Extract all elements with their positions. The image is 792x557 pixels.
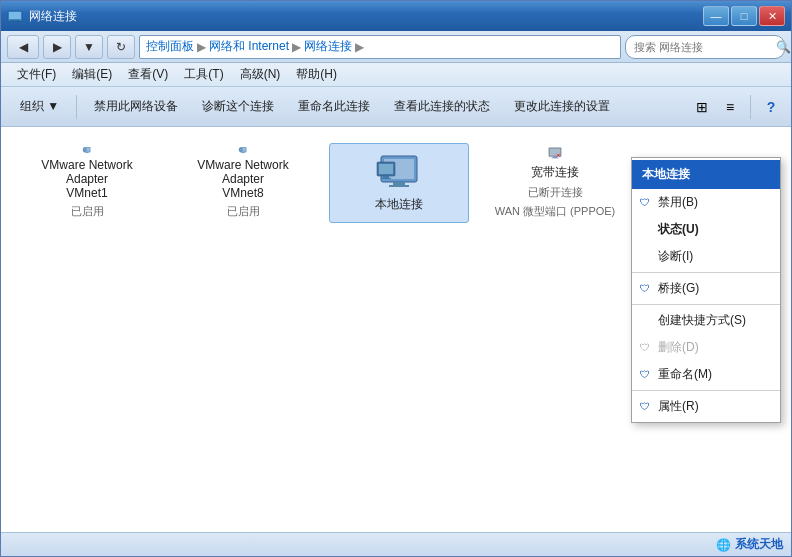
back-button[interactable]: ◀ — [7, 35, 39, 59]
svg-rect-16 — [239, 149, 242, 151]
svg-rect-29 — [553, 157, 557, 158]
globe-icon: 🌐 — [716, 538, 731, 552]
menu-tools[interactable]: 工具(T) — [176, 64, 231, 85]
menu-view[interactable]: 查看(V) — [120, 64, 176, 85]
path-sep-3: ▶ — [355, 40, 364, 54]
ctx-diagnose[interactable]: 诊断(I) — [632, 243, 780, 270]
watermark: 🌐 系统天地 — [716, 536, 783, 553]
view-mode-button[interactable]: ⊞ — [690, 95, 714, 119]
close-button[interactable]: ✕ — [759, 6, 785, 26]
local-connection-icon — [375, 154, 423, 192]
svg-rect-1 — [9, 12, 21, 19]
svg-rect-24 — [379, 164, 393, 174]
shield-icon-rename: 🛡 — [638, 368, 652, 382]
ctx-delete: 🛡 删除(D) — [632, 334, 780, 361]
svg-rect-26 — [381, 178, 391, 179]
vmnet1-name: VMware Network Adapter VMnet1 — [21, 158, 153, 200]
toolbar-right: ⊞ ≡ ? — [690, 95, 783, 119]
ctx-shortcut[interactable]: 创建快捷方式(S) — [632, 307, 780, 334]
search-input[interactable] — [634, 41, 772, 53]
ctx-sep-1 — [632, 272, 780, 273]
context-menu: 本地连接 🛡 禁用(B) 状态(U) 诊断(I) 🛡 桥接(G) 创建快捷方式(… — [631, 157, 781, 423]
refresh-button[interactable]: ↻ — [107, 35, 135, 59]
disable-device-button[interactable]: 禁用此网络设备 — [83, 92, 189, 122]
titlebar: 网络连接 — □ ✕ — [1, 1, 791, 31]
view-status-button[interactable]: 查看此连接的状态 — [383, 92, 501, 122]
menu-edit[interactable]: 编辑(E) — [64, 64, 120, 85]
path-controlpanel[interactable]: 控制面板 — [146, 38, 194, 55]
ctx-sep-3 — [632, 390, 780, 391]
shield-icon-properties: 🛡 — [638, 400, 652, 414]
ctx-disable[interactable]: 🛡 禁用(B) — [632, 189, 780, 216]
broadband-name: 宽带连接 — [531, 164, 579, 181]
broadband-type: WAN 微型端口 (PPPOE) — [495, 204, 616, 219]
ctx-rename[interactable]: 🛡 重命名(M) — [632, 361, 780, 388]
menubar: 文件(F) 编辑(E) 查看(V) 工具(T) 高级(N) 帮助(H) — [1, 63, 791, 87]
local-connection-name: 本地连接 — [375, 196, 423, 213]
content-area: VMware Network Adapter VMnet1 已启用 — [1, 127, 791, 532]
svg-rect-21 — [393, 182, 405, 185]
svg-rect-5 — [86, 152, 88, 153]
menu-file[interactable]: 文件(F) — [9, 64, 64, 85]
list-item[interactable]: 本地连接 — [329, 143, 469, 223]
path-network-connections[interactable]: 网络连接 — [304, 38, 352, 55]
list-item[interactable]: VMware Network Adapter VMnet1 已启用 — [17, 143, 157, 223]
address-path: 控制面板 ▶ 网络和 Internet ▶ 网络连接 ▶ — [139, 35, 621, 59]
svg-rect-22 — [389, 185, 409, 187]
path-sep-1: ▶ — [197, 40, 206, 54]
menu-help[interactable]: 帮助(H) — [288, 64, 345, 85]
toolbar-separator-2 — [750, 95, 751, 119]
context-menu-header: 本地连接 — [632, 160, 780, 189]
path-sep-2: ▶ — [292, 40, 301, 54]
toolbar-separator-1 — [76, 95, 77, 119]
ctx-status[interactable]: 状态(U) — [632, 216, 780, 243]
ctx-properties[interactable]: 🛡 属性(R) — [632, 393, 780, 420]
svg-rect-13 — [242, 152, 244, 153]
addressbar: ◀ ▶ ▼ ↻ 控制面板 ▶ 网络和 Internet ▶ 网络连接 ▶ 🔍 — [1, 31, 791, 63]
shield-icon-bridge: 🛡 — [638, 282, 652, 296]
svg-rect-25 — [383, 176, 389, 178]
vmnet8-icon — [219, 147, 267, 154]
change-settings-button[interactable]: 更改此连接的设置 — [503, 92, 621, 122]
svg-rect-8 — [83, 149, 86, 151]
titlebar-title: 网络连接 — [29, 8, 703, 25]
maximize-button[interactable]: □ — [731, 6, 757, 26]
toolbar: 组织 ▼ 禁用此网络设备 诊断这个连接 重命名此连接 查看此连接的状态 更改此连… — [1, 87, 791, 127]
statusbar: 🌐 系统天地 — [1, 532, 791, 556]
vmnet8-status: 已启用 — [227, 204, 260, 219]
organize-button[interactable]: 组织 ▼ — [9, 92, 70, 122]
menu-advanced[interactable]: 高级(N) — [232, 64, 289, 85]
minimize-button[interactable]: — — [703, 6, 729, 26]
svg-rect-28 — [550, 149, 560, 156]
titlebar-icon — [7, 8, 23, 24]
shield-icon-delete: 🛡 — [638, 341, 652, 355]
diagnose-button[interactable]: 诊断这个连接 — [191, 92, 285, 122]
ctx-bridge[interactable]: 🛡 桥接(G) — [632, 275, 780, 302]
view-list-button[interactable]: ≡ — [718, 95, 742, 119]
ctx-sep-2 — [632, 304, 780, 305]
search-icon: 🔍 — [776, 40, 791, 54]
dropdown-button[interactable]: ▼ — [75, 35, 103, 59]
broadband-status: 已断开连接 — [528, 185, 583, 200]
vmnet1-status: 已启用 — [71, 204, 104, 219]
help-button[interactable]: ? — [759, 95, 783, 119]
search-box: 🔍 — [625, 35, 785, 59]
broadband-icon — [531, 147, 579, 160]
titlebar-buttons: — □ ✕ — [703, 6, 785, 26]
watermark-text: 系统天地 — [735, 536, 783, 553]
svg-rect-2 — [11, 20, 19, 21]
shield-icon: 🛡 — [638, 196, 652, 210]
vmnet8-name: VMware Network Adapter VMnet8 — [177, 158, 309, 200]
forward-button[interactable]: ▶ — [43, 35, 71, 59]
rename-button[interactable]: 重命名此连接 — [287, 92, 381, 122]
vmnet1-icon — [63, 147, 111, 154]
list-item[interactable]: VMware Network Adapter VMnet8 已启用 — [173, 143, 313, 223]
main-window: 网络连接 — □ ✕ ◀ ▶ ▼ ↻ 控制面板 ▶ 网络和 Internet ▶… — [0, 0, 792, 557]
svg-rect-30 — [552, 158, 559, 159]
list-item[interactable]: 宽带连接 已断开连接 WAN 微型端口 (PPPOE) — [485, 143, 625, 223]
path-network-internet[interactable]: 网络和 Internet — [209, 38, 289, 55]
